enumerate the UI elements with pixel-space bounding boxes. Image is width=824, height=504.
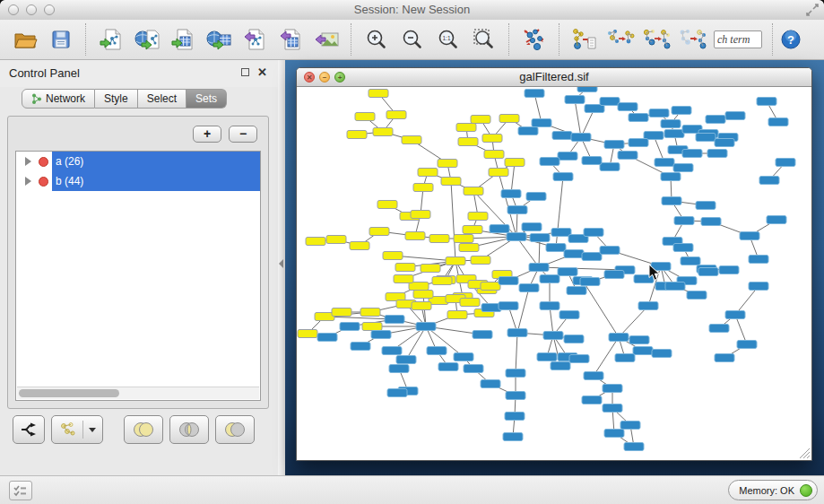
graph-node-yellow[interactable] xyxy=(362,323,382,331)
graph-node-blue[interactable] xyxy=(649,109,669,117)
new-network-from-selection-file-button[interactable] xyxy=(568,22,601,56)
minimize-button[interactable] xyxy=(26,4,37,15)
graph-node-blue[interactable] xyxy=(665,282,685,291)
graph-node-blue[interactable] xyxy=(473,331,492,339)
graph-node-blue[interactable] xyxy=(604,271,624,279)
graph-edge[interactable] xyxy=(325,317,395,319)
graph-node-blue[interactable] xyxy=(371,331,391,339)
graph-node-blue[interactable] xyxy=(759,177,779,185)
import-network-web-button[interactable] xyxy=(131,22,163,56)
zoom-in-button[interactable] xyxy=(360,22,393,56)
graph-node-blue[interactable] xyxy=(464,365,483,373)
graph-node-blue[interactable] xyxy=(776,159,795,167)
graph-edge[interactable] xyxy=(575,100,581,137)
graph-node-blue[interactable] xyxy=(558,268,577,276)
graph-node-blue[interactable] xyxy=(506,392,525,400)
graph-node-blue[interactable] xyxy=(582,396,602,404)
set-row-b[interactable]: b (44) xyxy=(16,171,260,191)
collapse-panel-handle[interactable] xyxy=(279,259,283,268)
graph-node-yellow[interactable] xyxy=(459,244,479,252)
open-session-button[interactable] xyxy=(9,22,41,56)
graph-node-blue[interactable] xyxy=(618,152,638,160)
float-panel-button[interactable] xyxy=(241,68,249,76)
graph-node-blue[interactable] xyxy=(651,263,671,271)
graph-node-blue[interactable] xyxy=(584,229,603,237)
graph-node-blue[interactable] xyxy=(454,353,473,361)
remove-set-button[interactable]: − xyxy=(229,126,257,143)
graph-node-blue[interactable] xyxy=(715,139,734,147)
graph-node-blue[interactable] xyxy=(629,336,649,344)
graph-node-yellow[interactable] xyxy=(369,228,389,236)
graph-node-blue[interactable] xyxy=(351,343,370,351)
graph-node-blue[interactable] xyxy=(385,316,404,324)
network-canvas[interactable] xyxy=(297,87,811,460)
graph-node-yellow[interactable] xyxy=(458,138,478,146)
expander-icon[interactable] xyxy=(25,177,31,186)
graph-node-blue[interactable] xyxy=(698,268,718,276)
new-network-from-selection-button[interactable] xyxy=(604,22,637,56)
graph-node-yellow[interactable] xyxy=(383,252,403,260)
graph-node-blue[interactable] xyxy=(604,430,624,438)
graph-node-yellow[interactable] xyxy=(447,311,467,319)
graph-node-yellow[interactable] xyxy=(456,124,476,132)
graph-node-yellow[interactable] xyxy=(460,299,480,307)
new-network-selected-nodes-all-edges-button[interactable] xyxy=(640,22,672,56)
graph-node-yellow[interactable] xyxy=(432,277,452,285)
graph-edge[interactable] xyxy=(511,162,515,194)
graph-node-yellow[interactable] xyxy=(454,235,473,243)
graph-node-yellow[interactable] xyxy=(418,169,438,177)
graph-node-blue[interactable] xyxy=(687,291,707,300)
graph-node-blue[interactable] xyxy=(661,120,681,128)
graph-node-blue[interactable] xyxy=(662,197,681,205)
graph-edge[interactable] xyxy=(556,177,563,248)
graph-node-yellow[interactable] xyxy=(482,135,502,143)
graph-node-blue[interactable] xyxy=(382,347,402,355)
graph-node-blue[interactable] xyxy=(749,282,768,291)
graph-node-blue[interactable] xyxy=(564,335,584,343)
graph-node-yellow[interactable] xyxy=(411,211,430,219)
graph-node-yellow[interactable] xyxy=(446,257,465,265)
set-row-a[interactable]: a (26) xyxy=(16,152,260,171)
union-sets-button[interactable] xyxy=(124,415,163,444)
graph-node-blue[interactable] xyxy=(526,193,546,201)
graph-node-blue[interactable] xyxy=(624,443,644,451)
graph-node-yellow[interactable] xyxy=(402,136,421,144)
graph-node-blue[interactable] xyxy=(499,277,518,285)
graph-node-yellow[interactable] xyxy=(405,232,425,240)
graph-node-yellow[interactable] xyxy=(489,169,508,177)
graph-edge[interactable] xyxy=(406,326,426,360)
graph-node-yellow[interactable] xyxy=(505,159,525,167)
graph-node-blue[interactable] xyxy=(577,87,597,92)
zoom-actual-size-button[interactable]: 1:1 xyxy=(432,22,464,56)
search-input[interactable] xyxy=(714,30,762,48)
graph-node-yellow[interactable] xyxy=(471,116,490,124)
graph-node-blue[interactable] xyxy=(567,287,586,295)
graph-edge[interactable] xyxy=(451,181,455,261)
close-panel-button[interactable]: ✕ xyxy=(257,65,267,80)
graph-node-blue[interactable] xyxy=(317,334,337,342)
graph-node-blue[interactable] xyxy=(725,311,745,319)
graph-node-blue[interactable] xyxy=(564,250,584,258)
window-titlebar[interactable]: Session: New Session xyxy=(0,0,824,21)
graph-node-blue[interactable] xyxy=(506,369,525,378)
graph-node-blue[interactable] xyxy=(519,284,539,292)
export-image-button[interactable] xyxy=(310,22,343,56)
graph-node-blue[interactable] xyxy=(749,256,768,264)
graph-node-blue[interactable] xyxy=(582,157,602,165)
network-view-window[interactable]: ✕ − + galFiltered.sif xyxy=(296,67,812,461)
graph-node-yellow[interactable] xyxy=(298,330,317,338)
tab-select[interactable]: Select xyxy=(138,89,186,109)
graph-edge[interactable] xyxy=(583,281,619,337)
minimize-view-button[interactable]: − xyxy=(319,72,330,83)
save-session-button[interactable] xyxy=(45,22,77,56)
graph-node-blue[interactable] xyxy=(609,334,629,342)
graph-node-blue[interactable] xyxy=(629,139,648,147)
graph-node-blue[interactable] xyxy=(507,233,526,241)
graph-node-blue[interactable] xyxy=(416,323,436,331)
graph-node-blue[interactable] xyxy=(768,118,788,126)
task-history-button[interactable] xyxy=(9,481,32,500)
graph-node-blue[interactable] xyxy=(633,347,653,355)
graph-node-blue[interactable] xyxy=(600,163,620,171)
tab-sets[interactable]: Sets xyxy=(186,89,227,109)
graph-node-blue[interactable] xyxy=(655,159,674,167)
